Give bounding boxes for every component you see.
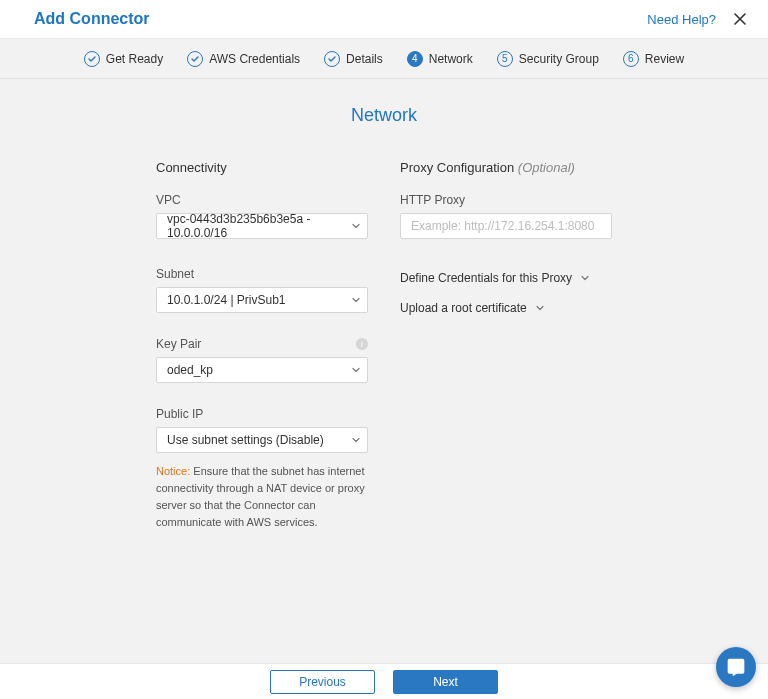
step-security-group[interactable]: 5 Security Group xyxy=(497,51,599,67)
main-content: Network Connectivity VPC vpc-0443d3b235b… xyxy=(0,79,768,531)
step-aws-credentials[interactable]: AWS Credentials xyxy=(187,51,300,67)
chevron-down-icon xyxy=(580,273,590,283)
header: Add Connector Need Help? xyxy=(0,0,768,39)
http-proxy-label: HTTP Proxy xyxy=(400,193,612,207)
proxy-column: Proxy Configuration (Optional) HTTP Prox… xyxy=(400,160,612,531)
expando-label: Upload a root certificate xyxy=(400,301,527,315)
keypair-value: oded_kp xyxy=(167,363,213,377)
publicip-label: Public IP xyxy=(156,407,368,421)
step-label: Security Group xyxy=(519,52,599,66)
chevron-down-icon xyxy=(351,365,361,375)
upload-root-cert-toggle[interactable]: Upload a root certificate xyxy=(400,301,612,315)
help-link[interactable]: Need Help? xyxy=(647,12,716,27)
step-label: AWS Credentials xyxy=(209,52,300,66)
expando-label: Define Credentials for this Proxy xyxy=(400,271,572,285)
step-label: Network xyxy=(429,52,473,66)
http-proxy-input[interactable] xyxy=(400,213,612,239)
next-button[interactable]: Next xyxy=(393,670,498,694)
subnet-label: Subnet xyxy=(156,267,368,281)
subnet-select[interactable]: 10.0.1.0/24 | PrivSub1 xyxy=(156,287,368,313)
notice-text: Notice: Ensure that the subnet has inter… xyxy=(156,463,368,531)
publicip-select[interactable]: Use subnet settings (Disable) xyxy=(156,427,368,453)
step-number-icon: 5 xyxy=(497,51,513,67)
wizard-stepper: Get Ready AWS Credentials Details 4 Netw… xyxy=(0,39,768,79)
connectivity-column: Connectivity VPC vpc-0443d3b235b6b3e5a -… xyxy=(156,160,368,531)
vpc-label: VPC xyxy=(156,193,368,207)
chevron-down-icon xyxy=(351,295,361,305)
chat-icon xyxy=(726,657,746,677)
section-title: Network xyxy=(0,105,768,126)
step-number-icon: 6 xyxy=(623,51,639,67)
page-title: Add Connector xyxy=(34,10,150,28)
optional-label: (Optional) xyxy=(518,160,575,175)
step-review[interactable]: 6 Review xyxy=(623,51,684,67)
chevron-down-icon xyxy=(535,303,545,313)
vpc-select[interactable]: vpc-0443d3b235b6b3e5a - 10.0.0.0/16 xyxy=(156,213,368,239)
chevron-down-icon xyxy=(351,221,361,231)
keypair-label: Key Pair i xyxy=(156,337,368,351)
step-label: Details xyxy=(346,52,383,66)
close-icon[interactable] xyxy=(732,11,748,27)
previous-button[interactable]: Previous xyxy=(270,670,375,694)
notice-label: Notice: xyxy=(156,465,190,477)
vpc-value: vpc-0443d3b235b6b3e5a - 10.0.0.0/16 xyxy=(167,212,345,240)
define-credentials-toggle[interactable]: Define Credentials for this Proxy xyxy=(400,271,612,285)
publicip-value: Use subnet settings (Disable) xyxy=(167,433,324,447)
step-get-ready[interactable]: Get Ready xyxy=(84,51,163,67)
step-details[interactable]: Details xyxy=(324,51,383,67)
step-label: Get Ready xyxy=(106,52,163,66)
chat-launcher-button[interactable] xyxy=(716,647,756,687)
proxy-heading: Proxy Configuration (Optional) xyxy=(400,160,612,175)
info-icon[interactable]: i xyxy=(356,338,368,350)
subnet-value: 10.0.1.0/24 | PrivSub1 xyxy=(167,293,286,307)
wizard-footer: Previous Next xyxy=(0,663,768,699)
step-network[interactable]: 4 Network xyxy=(407,51,473,67)
connectivity-heading: Connectivity xyxy=(156,160,368,175)
step-label: Review xyxy=(645,52,684,66)
chevron-down-icon xyxy=(351,435,361,445)
keypair-select[interactable]: oded_kp xyxy=(156,357,368,383)
step-number-icon: 4 xyxy=(407,51,423,67)
